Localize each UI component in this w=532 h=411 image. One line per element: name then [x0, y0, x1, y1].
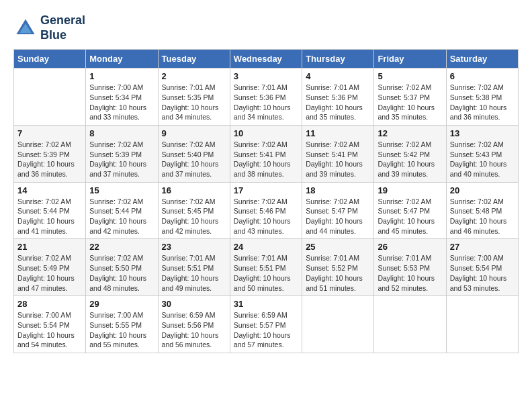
day-info: Sunrise: 7:02 AMSunset: 5:45 PMDaylight:…	[162, 197, 226, 236]
calendar-cell: 5Sunrise: 7:02 AMSunset: 5:37 PMDaylight…	[374, 68, 446, 126]
day-info: Sunrise: 7:00 AMSunset: 5:34 PMDaylight:…	[89, 83, 154, 122]
calendar-cell: 20Sunrise: 7:02 AMSunset: 5:48 PMDayligh…	[446, 182, 518, 239]
day-info: Sunrise: 7:00 AMSunset: 5:54 PMDaylight:…	[17, 310, 82, 350]
day-info: Sunrise: 7:02 AMSunset: 5:39 PMDaylight:…	[17, 140, 82, 179]
day-number: 15	[89, 185, 154, 195]
calendar-cell: 2Sunrise: 7:01 AMSunset: 5:35 PMDaylight…	[158, 68, 230, 126]
logo: General Blue	[13, 13, 85, 42]
day-info: Sunrise: 7:02 AMSunset: 5:43 PMDaylight:…	[450, 140, 515, 179]
day-number: 25	[306, 242, 370, 252]
calendar-cell: 4Sunrise: 7:01 AMSunset: 5:36 PMDaylight…	[302, 68, 374, 126]
calendar-cell: 8Sunrise: 7:02 AMSunset: 5:39 PMDaylight…	[86, 125, 158, 182]
day-info: Sunrise: 7:02 AMSunset: 5:49 PMDaylight:…	[17, 253, 82, 293]
calendar-body: 1Sunrise: 7:00 AMSunset: 5:34 PMDaylight…	[14, 68, 519, 353]
day-number: 3	[234, 71, 298, 81]
day-number: 9	[162, 128, 226, 138]
day-number: 17	[234, 185, 298, 195]
day-number: 18	[306, 185, 370, 195]
day-number: 16	[162, 185, 226, 195]
day-info: Sunrise: 7:02 AMSunset: 5:44 PMDaylight:…	[17, 197, 82, 236]
calendar-cell: 17Sunrise: 7:02 AMSunset: 5:46 PMDayligh…	[230, 182, 302, 239]
calendar-cell: 19Sunrise: 7:02 AMSunset: 5:47 PMDayligh…	[374, 182, 446, 239]
calendar-cell: 18Sunrise: 7:02 AMSunset: 5:47 PMDayligh…	[302, 182, 374, 239]
weekday-header-row: SundayMondayTuesdayWednesdayThursdayFrid…	[14, 50, 519, 68]
calendar-cell: 12Sunrise: 7:02 AMSunset: 5:42 PMDayligh…	[374, 125, 446, 182]
day-info: Sunrise: 7:01 AMSunset: 5:51 PMDaylight:…	[234, 253, 298, 293]
day-number: 23	[162, 242, 226, 252]
calendar-header: SundayMondayTuesdayWednesdayThursdayFrid…	[14, 50, 519, 68]
weekday-header-saturday: Saturday	[446, 50, 518, 68]
calendar-table: SundayMondayTuesdayWednesdayThursdayFrid…	[13, 49, 519, 353]
calendar-cell	[302, 296, 374, 353]
calendar-cell: 22Sunrise: 7:02 AMSunset: 5:50 PMDayligh…	[86, 239, 158, 296]
day-info: Sunrise: 7:00 AMSunset: 5:54 PMDaylight:…	[450, 253, 515, 293]
day-info: Sunrise: 7:01 AMSunset: 5:36 PMDaylight:…	[234, 83, 298, 122]
day-info: Sunrise: 7:02 AMSunset: 5:39 PMDaylight:…	[89, 140, 154, 179]
day-number: 22	[89, 242, 154, 252]
day-number: 7	[17, 128, 82, 138]
calendar-week-row: 28Sunrise: 7:00 AMSunset: 5:54 PMDayligh…	[14, 296, 519, 353]
day-info: Sunrise: 7:02 AMSunset: 5:47 PMDaylight:…	[378, 197, 442, 236]
calendar-cell: 6Sunrise: 7:02 AMSunset: 5:38 PMDaylight…	[446, 68, 518, 126]
day-number: 30	[162, 299, 226, 309]
calendar-cell: 25Sunrise: 7:01 AMSunset: 5:52 PMDayligh…	[302, 239, 374, 296]
day-number: 11	[306, 128, 370, 138]
day-info: Sunrise: 7:01 AMSunset: 5:53 PMDaylight:…	[378, 253, 442, 293]
day-info: Sunrise: 7:02 AMSunset: 5:44 PMDaylight:…	[89, 197, 154, 236]
day-number: 14	[17, 185, 82, 195]
day-info: Sunrise: 7:02 AMSunset: 5:40 PMDaylight:…	[162, 140, 226, 179]
calendar-cell: 10Sunrise: 7:02 AMSunset: 5:41 PMDayligh…	[230, 125, 302, 182]
calendar-week-row: 1Sunrise: 7:00 AMSunset: 5:34 PMDaylight…	[14, 68, 519, 126]
day-info: Sunrise: 7:02 AMSunset: 5:37 PMDaylight:…	[378, 83, 442, 122]
calendar-cell: 29Sunrise: 7:00 AMSunset: 5:55 PMDayligh…	[86, 296, 158, 353]
calendar-cell: 27Sunrise: 7:00 AMSunset: 5:54 PMDayligh…	[446, 239, 518, 296]
day-number: 24	[234, 242, 298, 252]
day-number: 31	[234, 299, 298, 309]
day-number: 27	[450, 242, 515, 252]
day-number: 10	[234, 128, 298, 138]
day-info: Sunrise: 7:01 AMSunset: 5:35 PMDaylight:…	[162, 83, 226, 122]
calendar-cell: 1Sunrise: 7:00 AMSunset: 5:34 PMDaylight…	[86, 68, 158, 126]
calendar-cell: 16Sunrise: 7:02 AMSunset: 5:45 PMDayligh…	[158, 182, 230, 239]
day-info: Sunrise: 7:00 AMSunset: 5:55 PMDaylight:…	[89, 310, 154, 350]
day-info: Sunrise: 7:02 AMSunset: 5:41 PMDaylight:…	[234, 140, 298, 179]
day-number: 26	[378, 242, 442, 252]
day-info: Sunrise: 7:01 AMSunset: 5:36 PMDaylight:…	[306, 83, 370, 122]
day-number: 2	[162, 71, 226, 81]
day-number: 28	[17, 299, 82, 309]
calendar-cell: 3Sunrise: 7:01 AMSunset: 5:36 PMDaylight…	[230, 68, 302, 126]
day-number: 12	[378, 128, 442, 138]
day-info: Sunrise: 7:02 AMSunset: 5:46 PMDaylight:…	[234, 197, 298, 236]
calendar-cell: 11Sunrise: 7:02 AMSunset: 5:41 PMDayligh…	[302, 125, 374, 182]
calendar-week-row: 21Sunrise: 7:02 AMSunset: 5:49 PMDayligh…	[14, 239, 519, 296]
logo-icon	[13, 16, 38, 40]
day-info: Sunrise: 7:02 AMSunset: 5:41 PMDaylight:…	[306, 140, 370, 179]
calendar-cell: 24Sunrise: 7:01 AMSunset: 5:51 PMDayligh…	[230, 239, 302, 296]
day-info: Sunrise: 6:59 AMSunset: 5:57 PMDaylight:…	[234, 310, 298, 350]
day-info: Sunrise: 7:01 AMSunset: 5:51 PMDaylight:…	[162, 253, 226, 293]
logo-text: General Blue	[40, 13, 85, 42]
calendar-cell: 14Sunrise: 7:02 AMSunset: 5:44 PMDayligh…	[14, 182, 86, 239]
day-number: 20	[450, 185, 515, 195]
calendar-week-row: 14Sunrise: 7:02 AMSunset: 5:44 PMDayligh…	[14, 182, 519, 239]
calendar-cell: 21Sunrise: 7:02 AMSunset: 5:49 PMDayligh…	[14, 239, 86, 296]
day-info: Sunrise: 6:59 AMSunset: 5:56 PMDaylight:…	[162, 310, 226, 350]
weekday-header-sunday: Sunday	[14, 50, 86, 68]
calendar-cell: 23Sunrise: 7:01 AMSunset: 5:51 PMDayligh…	[158, 239, 230, 296]
weekday-header-friday: Friday	[374, 50, 446, 68]
calendar-cell: 7Sunrise: 7:02 AMSunset: 5:39 PMDaylight…	[14, 125, 86, 182]
calendar-cell	[374, 296, 446, 353]
day-info: Sunrise: 7:01 AMSunset: 5:52 PMDaylight:…	[306, 253, 370, 293]
day-number: 1	[89, 71, 154, 81]
day-number: 29	[89, 299, 154, 309]
day-info: Sunrise: 7:02 AMSunset: 5:38 PMDaylight:…	[450, 83, 515, 122]
day-info: Sunrise: 7:02 AMSunset: 5:48 PMDaylight:…	[450, 197, 515, 236]
calendar-cell: 9Sunrise: 7:02 AMSunset: 5:40 PMDaylight…	[158, 125, 230, 182]
day-number: 21	[17, 242, 82, 252]
calendar-cell: 26Sunrise: 7:01 AMSunset: 5:53 PMDayligh…	[374, 239, 446, 296]
day-number: 5	[378, 71, 442, 81]
calendar-cell: 31Sunrise: 6:59 AMSunset: 5:57 PMDayligh…	[230, 296, 302, 353]
day-number: 4	[306, 71, 370, 81]
day-info: Sunrise: 7:02 AMSunset: 5:50 PMDaylight:…	[89, 253, 154, 293]
day-info: Sunrise: 7:02 AMSunset: 5:47 PMDaylight:…	[306, 197, 370, 236]
